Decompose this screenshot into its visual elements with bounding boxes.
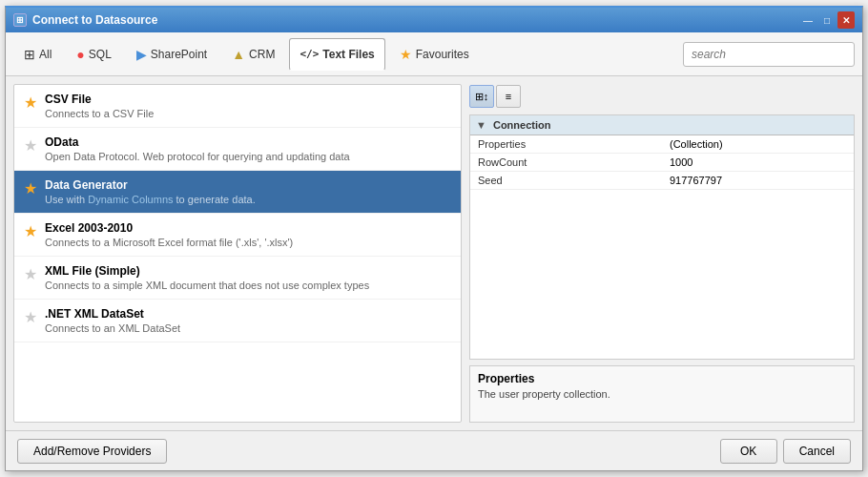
datasource-list: ★ CSV File Connects to a CSV File ★ ODat… [13, 84, 462, 423]
star-icon-excel[interactable]: ★ [24, 222, 37, 240]
close-button[interactable]: ✕ [837, 11, 855, 29]
property-toolbar: ⊞↕ ≡ [469, 84, 855, 109]
title-bar: ⊞ Connect to Datasource — □ ✕ [6, 8, 862, 32]
toolbar: ⊞ All ● SQL ▶ SharePoint ▲ CRM </> Text … [6, 32, 862, 76]
prop-value-seed: 917767797 [662, 172, 854, 190]
item-desc-excel: Connects to a Microsoft Excel format fil… [45, 237, 451, 248]
search-input[interactable] [683, 42, 855, 67]
star-icon-netxml[interactable]: ★ [24, 308, 37, 326]
tab-all[interactable]: ⊞ All [13, 38, 62, 71]
prop-desc-text: The user property collection. [478, 388, 846, 400]
tab-textfiles[interactable]: </> Text Files [289, 38, 384, 71]
right-panel: ⊞↕ ≡ ▼ Connection [469, 84, 855, 423]
sharepoint-icon: ▶ [136, 47, 147, 62]
title-bar-left: ⊞ Connect to Datasource [13, 13, 157, 27]
prop-grid-button[interactable]: ⊞↕ [469, 85, 494, 108]
prop-value-rowcount: 1000 [662, 154, 854, 172]
item-name-datagenerator: Data Generator [45, 178, 451, 192]
group-header-connection: ▼ Connection [470, 115, 854, 135]
prop-sort-button[interactable]: ≡ [496, 85, 521, 108]
list-item-csv[interactable]: ★ CSV File Connects to a CSV File [14, 85, 461, 128]
favourites-icon: ★ [400, 47, 412, 62]
star-icon-odata[interactable]: ★ [24, 136, 37, 155]
content-area: ★ CSV File Connects to a CSV File ★ ODat… [6, 76, 862, 430]
crm-icon: ▲ [232, 47, 245, 62]
minimize-button[interactable]: — [799, 11, 816, 29]
item-text-csv: CSV File Connects to a CSV File [45, 93, 451, 119]
item-name-excel: Excel 2003-2010 [45, 221, 451, 235]
item-name-netxml: .NET XML DataSet [45, 307, 451, 321]
property-description-panel: Properties The user property collection. [469, 365, 855, 423]
prop-row-properties: Properties (Collection) [470, 135, 854, 154]
window-title: Connect to Datasource [32, 13, 157, 27]
group-toggle-connection[interactable]: ▼ [476, 119, 486, 131]
prop-sort-icon: ≡ [506, 91, 511, 102]
item-desc-netxml: Connects to an XML DataSet [45, 322, 451, 334]
add-remove-providers-button[interactable]: Add/Remove Providers [17, 439, 167, 464]
item-text-excel: Excel 2003-2010 Connects to a Microsoft … [45, 221, 451, 248]
tab-all-label: All [39, 48, 52, 61]
tab-favourites-label: Favourites [416, 48, 469, 61]
prop-grid-icon: ⊞↕ [475, 91, 489, 103]
tab-textfiles-label: Text Files [322, 48, 374, 61]
item-desc-csv: Connects to a CSV File [45, 108, 451, 119]
tab-sharepoint[interactable]: ▶ SharePoint [126, 38, 217, 71]
prop-desc-title: Properties [478, 372, 846, 385]
item-text-netxml: .NET XML DataSet Connects to an XML Data… [45, 307, 451, 334]
item-text-xmlsimple: XML File (Simple) Connects to a simple X… [45, 264, 451, 291]
item-desc-odata: Open Data Protocol. Web protocol for que… [45, 151, 451, 162]
list-item-odata[interactable]: ★ OData Open Data Protocol. Web protocol… [14, 128, 461, 171]
prop-value-properties: (Collection) [662, 135, 854, 154]
list-item-netxml[interactable]: ★ .NET XML DataSet Connects to an XML Da… [14, 300, 461, 342]
ok-button[interactable]: OK [720, 439, 777, 464]
list-item-xmlsimple[interactable]: ★ XML File (Simple) Connects to a simple… [14, 257, 461, 300]
prop-name-rowcount: RowCount [470, 154, 662, 172]
title-controls: — □ ✕ [799, 11, 855, 29]
prop-name-seed: Seed [470, 172, 662, 190]
group-name-connection: Connection [493, 119, 551, 131]
prop-name-properties: Properties [470, 135, 662, 154]
list-item-datagenerator[interactable]: ★ Data Generator Use with Dynamic Column… [14, 171, 461, 214]
item-desc-datagenerator: Use with Dynamic Columns to generate dat… [45, 194, 451, 205]
item-text-datagenerator: Data Generator Use with Dynamic Columns … [45, 178, 451, 205]
window-icon: ⊞ [13, 13, 27, 27]
list-item-excel[interactable]: ★ Excel 2003-2010 Connects to a Microsof… [14, 214, 461, 257]
cancel-button[interactable]: Cancel [783, 439, 851, 464]
item-name-csv: CSV File [45, 93, 451, 106]
item-text-odata: OData Open Data Protocol. Web protocol f… [45, 135, 451, 162]
star-icon-xmlsimple[interactable]: ★ [24, 265, 37, 283]
tab-crm-label: CRM [249, 48, 275, 61]
all-icon: ⊞ [24, 47, 35, 62]
item-name-odata: OData [45, 135, 451, 149]
property-table: ▼ Connection Properties (Collection) Row… [470, 115, 854, 190]
bottom-right-buttons: OK Cancel [720, 439, 851, 464]
main-window: ⊞ Connect to Datasource — □ ✕ ⊞ All ● SQ… [5, 6, 863, 471]
prop-row-seed: Seed 917767797 [470, 172, 854, 190]
sql-icon: ● [76, 47, 84, 62]
prop-row-rowcount: RowCount 1000 [470, 154, 854, 172]
property-grid: ▼ Connection Properties (Collection) Row… [469, 114, 855, 360]
star-icon-datagenerator[interactable]: ★ [24, 179, 37, 197]
tab-sharepoint-label: SharePoint [151, 48, 207, 61]
dynamic-columns-link[interactable]: Dynamic Columns [88, 194, 173, 205]
item-desc-xmlsimple: Connects to a simple XML document that d… [45, 280, 451, 291]
item-name-xmlsimple: XML File (Simple) [45, 264, 451, 278]
tab-sql-label: SQL [89, 48, 112, 61]
star-icon-csv[interactable]: ★ [24, 93, 37, 112]
bottom-bar: Add/Remove Providers OK Cancel [6, 430, 862, 470]
textfiles-icon: </> [300, 48, 319, 60]
tab-sql[interactable]: ● SQL [66, 38, 121, 71]
restore-button[interactable]: □ [818, 11, 836, 29]
tab-crm[interactable]: ▲ CRM [221, 38, 285, 71]
tab-favourites[interactable]: ★ Favourites [389, 38, 480, 71]
